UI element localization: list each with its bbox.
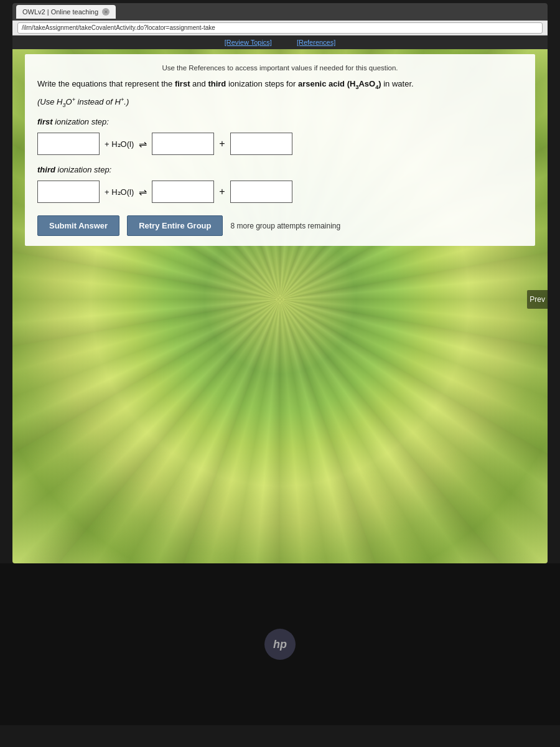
address-bar[interactable]: /ilrn/takeAssignment/takeCovalentActivit… xyxy=(17,22,543,34)
attempts-remaining-text: 8 more group attempts remaining xyxy=(230,222,340,230)
third-product1-input[interactable] xyxy=(152,181,214,203)
third-plus-h2o: + H₂O(l) xyxy=(105,187,134,197)
hp-logo: hp xyxy=(264,629,296,660)
action-button-row: Submit Answer Retry Entire Group 8 more … xyxy=(37,215,523,236)
first-reactant-input[interactable] xyxy=(37,133,100,155)
active-tab[interactable]: OWLv2 | Online teaching ✕ xyxy=(16,5,116,19)
first-ionization-equation: + H₂O(l) ⇌ + xyxy=(37,133,523,155)
references-info-line: Use the References to access important v… xyxy=(37,64,523,72)
references-link[interactable]: [References] xyxy=(297,39,335,46)
top-toolbar: [Review Topics] [References] xyxy=(12,35,548,49)
prev-button[interactable]: Prev xyxy=(527,290,548,309)
third-step-label: third ionization step: xyxy=(37,165,523,174)
first-product1-input[interactable] xyxy=(152,133,214,155)
first-step-label: first ionization step: xyxy=(37,117,523,126)
laptop-bottom: hp xyxy=(0,563,560,725)
third-reactant-input[interactable] xyxy=(37,181,100,203)
question-main-text: Write the equations that represent the f… xyxy=(37,78,523,92)
question-card: Use the References to access important v… xyxy=(25,54,535,246)
hp-logo-text: hp xyxy=(273,638,287,651)
first-arrow: ⇌ xyxy=(139,138,147,150)
tab-label: OWLv2 | Online teaching xyxy=(22,8,98,16)
review-topics-link[interactable]: [Review Topics] xyxy=(225,39,272,46)
third-product2-input[interactable] xyxy=(230,181,292,203)
third-arrow: ⇌ xyxy=(139,186,147,198)
address-bar-row: /ilrn/takeAssignment/takeCovalentActivit… xyxy=(12,21,548,35)
first-plus-sign: + xyxy=(219,138,225,149)
third-ionization-equation: + H₂O(l) ⇌ + xyxy=(37,181,523,203)
browser-chrome: OWLv2 | Online teaching ✕ xyxy=(12,3,548,21)
retry-entire-group-button[interactable]: Retry Entire Group xyxy=(127,215,223,236)
substitution-note: (Use H3O+ instead of H+.) xyxy=(37,96,523,108)
submit-answer-button[interactable]: Submit Answer xyxy=(37,215,119,236)
page-content: [Review Topics] [References] Use the Ref… xyxy=(12,35,548,563)
first-plus-h2o: + H₂O(l) xyxy=(105,139,134,149)
url-text: /ilrn/takeAssignment/takeCovalentActivit… xyxy=(22,24,215,31)
screen-area: OWLv2 | Online teaching ✕ /ilrn/takeAssi… xyxy=(12,3,548,563)
tab-close-button[interactable]: ✕ xyxy=(102,8,110,16)
first-product2-input[interactable] xyxy=(230,133,292,155)
third-plus-sign: + xyxy=(219,186,225,197)
tab-bar: OWLv2 | Online teaching ✕ xyxy=(16,3,116,21)
laptop-frame: OWLv2 | Online teaching ✕ /ilrn/takeAssi… xyxy=(0,0,560,747)
close-icon: ✕ xyxy=(104,9,108,15)
